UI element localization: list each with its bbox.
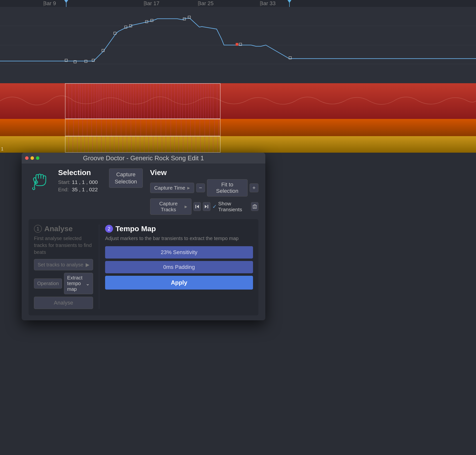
set-tracks-button[interactable]: Set tracks to analyse ▶ [34, 259, 93, 270]
tempo-desc: Adjust markers to the bar transients to … [105, 235, 253, 242]
analyse-title: Analyse [44, 225, 73, 233]
track-lane-red [0, 83, 476, 119]
automation-curve [0, 7, 476, 83]
minus-button[interactable]: − [196, 183, 205, 192]
playhead-2-triangle [287, 0, 291, 3]
maximize-button[interactable] [36, 156, 39, 160]
start-value: 11 , 1 , 000 [72, 179, 98, 185]
show-transients-text: Show Transients [218, 201, 249, 212]
playhead-2[interactable] [289, 0, 290, 7]
capture-time-button[interactable]: Capture Time ▶ [150, 183, 194, 193]
dialog-titlebar: Groove Doctor - Generic Rock Song Edit 1 [22, 153, 265, 163]
svg-marker-144 [197, 205, 199, 208]
analyse-desc: First analyse selected tracks for transi… [34, 235, 93, 256]
view-row-2: Capture Tracks ▶ [150, 198, 258, 215]
tempo-title: Tempo Map [115, 225, 156, 233]
transients-orange [65, 119, 221, 136]
view-panel: View Capture Time ▶ − Fit to Selection + [150, 168, 258, 215]
tempo-panel: 2 Tempo Map Adjust markers to the bar tr… [105, 225, 253, 309]
capture-selection-button[interactable]: Capture Selection [109, 168, 143, 188]
view-row-1: Capture Time ▶ − Fit to Selection + [150, 179, 258, 196]
checkmark-icon: ✓ [212, 204, 217, 210]
apply-button[interactable]: Apply [105, 276, 253, 290]
skip-next-button[interactable] [203, 202, 210, 211]
ruler-mark-bar25: Bar 25 [198, 0, 214, 7]
end-value: 35 , 1 , 022 [72, 187, 98, 193]
trash-button[interactable] [251, 202, 258, 211]
svg-point-143 [35, 181, 38, 183]
ruler-mark-bar33: Bar 33 [260, 0, 276, 7]
bottom-panels: 1 Analyse First analyse selected tracks … [29, 219, 258, 315]
start-row: Start: 11 , 1 , 000 [58, 179, 98, 185]
transients-red [65, 83, 221, 119]
view-controls: Capture Time ▶ − Fit to Selection + Capt… [150, 179, 258, 215]
panel-divider [99, 225, 99, 309]
logo-area [29, 168, 51, 191]
timeline-ruler: Bar 9 Bar 17 Bar 25 Bar 33 [0, 0, 476, 7]
capture-time-chevron: ▶ [187, 186, 190, 190]
track-lanes: 1 [0, 83, 476, 153]
dialog-body: Selection Start: 11 , 1 , 000 End: 35 , … [22, 163, 265, 320]
skip-prev-icon [195, 204, 199, 209]
traffic-lights [25, 156, 39, 160]
view-title: View [150, 168, 258, 177]
skip-prev-button[interactable] [193, 202, 201, 211]
playhead-1[interactable] [66, 0, 66, 7]
set-tracks-chevron-icon: ▶ [86, 262, 89, 268]
dialog-title: Groove Doctor - Generic Rock Song Edit 1 [83, 154, 204, 162]
track-lane-yellow: 1 [0, 136, 476, 153]
show-transients-label[interactable]: ✓ Show Transients [212, 201, 249, 212]
capture-time-label: Capture Time [154, 185, 185, 191]
groove-doctor-dialog: Groove Doctor - Generic Rock Song Edit 1 [22, 153, 265, 320]
svg-marker-146 [205, 205, 207, 208]
operation-select[interactable]: Extract tempo map ⌄ [64, 273, 93, 294]
transients-yellow [65, 136, 221, 153]
playhead-triangle-1 [64, 0, 68, 3]
operation-row: Operation Extract tempo map ⌄ [34, 273, 93, 294]
analyse-run-button[interactable]: Analyse [34, 297, 93, 309]
capture-tracks-chevron: ▶ [185, 205, 187, 209]
capture-tracks-button[interactable]: Capture Tracks ▶ [150, 198, 191, 215]
capture-tracks-label: Capture Tracks [154, 201, 183, 212]
bar-1-label: 1 [1, 146, 3, 152]
padding-button[interactable]: 0ms Padding [105, 261, 253, 273]
operation-value: Extract tempo map [67, 275, 86, 292]
track-lane-orange [0, 119, 476, 136]
automation-lane [0, 7, 476, 83]
skip-next-icon [204, 204, 209, 209]
sensitivity-button[interactable]: 23% Sensitivity [105, 246, 253, 259]
tempo-number: 2 [105, 225, 113, 233]
plus-button[interactable]: + [250, 183, 258, 192]
top-row: Selection Start: 11 , 1 , 000 End: 35 , … [29, 168, 258, 215]
start-label: Start: [58, 179, 70, 185]
set-tracks-label: Set tracks to analyse [38, 262, 83, 268]
close-button[interactable] [25, 156, 29, 160]
groove-doctor-logo [31, 168, 48, 191]
analyse-header: 1 Analyse [34, 225, 93, 233]
ruler-mark-bar9: Bar 9 [43, 0, 56, 7]
selection-title: Selection [58, 168, 98, 177]
timeline-area: Bar 9 Bar 17 Bar 25 Bar 33 [0, 0, 476, 153]
end-row: End: 35 , 1 , 022 [58, 187, 98, 193]
trash-icon [253, 204, 257, 209]
tempo-header: 2 Tempo Map [105, 225, 253, 233]
end-label: End: [58, 187, 70, 193]
analyse-panel: 1 Analyse First analyse selected tracks … [34, 225, 93, 309]
operation-chevron-icon: ⌄ [86, 281, 90, 287]
fit-to-selection-button[interactable]: Fit to Selection [207, 179, 248, 196]
ruler-mark-bar17: Bar 17 [143, 0, 159, 7]
svg-rect-147 [207, 205, 208, 208]
minimize-button[interactable] [31, 156, 34, 160]
svg-rect-145 [195, 205, 196, 208]
operation-label: Operation [34, 278, 62, 289]
analyse-number: 1 [34, 225, 42, 233]
selection-panel: Selection Start: 11 , 1 , 000 End: 35 , … [58, 168, 98, 194]
svg-rect-12 [236, 43, 238, 46]
